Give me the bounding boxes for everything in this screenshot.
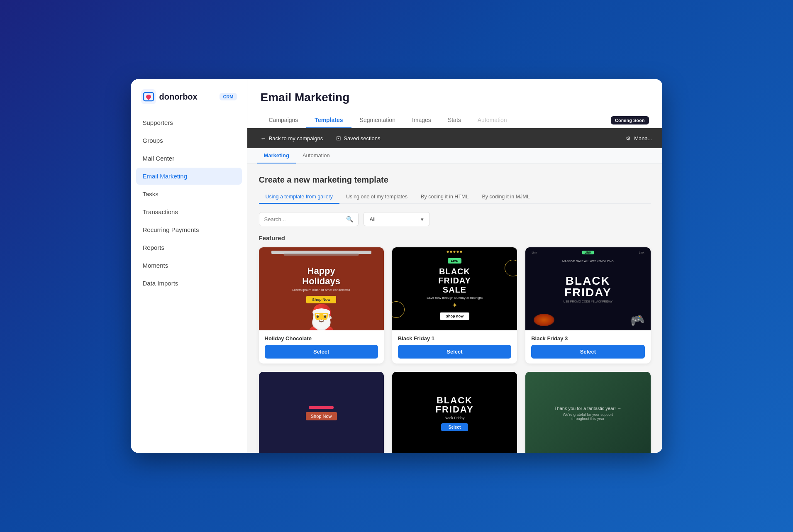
back-arrow-icon: ←: [261, 135, 266, 142]
sidebar-item-recurring-payments[interactable]: Recurring Payments: [136, 221, 242, 238]
sub-tab-marketing[interactable]: Marketing: [257, 148, 296, 164]
logo-area: donorbox CRM: [131, 89, 247, 114]
sidebar-item-supporters[interactable]: Supporters: [136, 114, 242, 131]
sidebar-item-email-marketing[interactable]: Email Marketing: [136, 168, 242, 185]
template-card-bottom-2[interactable]: BLACKFRIDAY Nack Friday Select BLACK FRI…: [392, 372, 517, 453]
sidebar-item-reports[interactable]: Reports: [136, 239, 242, 256]
method-tab-html[interactable]: By coding it in HTML: [414, 190, 475, 204]
search-icon: 🔍: [346, 216, 353, 222]
template-thumb-bottom-1: Shop Now: [259, 372, 384, 453]
template-thumb-bottom-2: BLACKFRIDAY Nack Friday Select: [392, 372, 517, 453]
coming-soon-badge: Coming Soon: [611, 116, 649, 124]
template-info-bf3: Black Friday 3 Select: [525, 330, 650, 364]
template-grid-row2: Shop Now Template 4 Select BLACKFRIDAY: [259, 372, 651, 453]
template-card-bottom-1[interactable]: Shop Now Template 4 Select: [259, 372, 384, 453]
page-title: Email Marketing: [261, 91, 649, 104]
back-to-campaigns-button[interactable]: ← Back to my campaigns: [257, 133, 327, 143]
sub-tab-automation[interactable]: Automation: [296, 148, 337, 164]
manage-label: Mana...: [634, 135, 652, 142]
main-tabs-nav: Campaigns Templates Segmentation Images …: [261, 112, 649, 128]
manage-icon: ⚙: [626, 135, 631, 142]
template-card-black-friday-1[interactable]: LIVE BLACKFRIDAYSALE Save now through Su…: [392, 247, 517, 364]
select-button-holiday[interactable]: Select: [265, 345, 378, 359]
donorbox-logo-icon: [141, 89, 156, 104]
select-button-bf1[interactable]: Select: [398, 345, 511, 359]
template-info-bf1: Black Friday 1 Select: [392, 330, 517, 364]
template-card-holiday-chocolate[interactable]: HappyHolidays Lorem ipsum dolor sit amet…: [259, 247, 384, 364]
saved-sections-button[interactable]: ⊡ Saved sections: [333, 133, 383, 143]
sidebar-nav: Supporters Groups Mail Center Email Mark…: [131, 114, 247, 292]
search-box[interactable]: 🔍: [259, 212, 359, 226]
template-name-holiday: Holiday Chocolate: [265, 335, 378, 342]
saved-sections-icon: ⊡: [336, 135, 341, 142]
template-name-bf1: Black Friday 1: [398, 335, 511, 342]
tab-templates[interactable]: Templates: [306, 112, 351, 128]
search-filter-row: 🔍 All ▾: [259, 212, 651, 226]
filter-value: All: [370, 216, 376, 222]
template-thumb-holiday: HappyHolidays Lorem ipsum dolor sit amet…: [259, 247, 384, 330]
tab-automation: Automation: [469, 112, 515, 128]
template-thumb-bottom-3: Thank you for a fantastic year! → We're …: [525, 372, 650, 453]
tab-campaigns[interactable]: Campaigns: [261, 112, 307, 128]
featured-label: Featured: [259, 234, 651, 242]
template-grid-row1: HappyHolidays Lorem ipsum dolor sit amet…: [259, 247, 651, 364]
santa-icon: 🎅: [306, 305, 337, 330]
content-area: Create a new marketing template Using a …: [247, 164, 662, 453]
manage-button[interactable]: ⚙ Mana...: [626, 135, 652, 142]
main-content: Email Marketing Campaigns Templates Segm…: [247, 79, 662, 453]
sidebar-item-groups[interactable]: Groups: [136, 132, 242, 149]
sidebar: donorbox CRM Supporters Groups Mail Cent…: [131, 79, 247, 453]
back-to-campaigns-label: Back to my campaigns: [269, 135, 323, 142]
sidebar-item-mail-center[interactable]: Mail Center: [136, 150, 242, 167]
template-thumb-bf3: Link LINK Link MASSIVE SALE ALL WEEKEND …: [525, 247, 650, 330]
template-name-bf3: Black Friday 3: [531, 335, 644, 342]
template-card-black-friday-3[interactable]: Link LINK Link MASSIVE SALE ALL WEEKEND …: [525, 247, 650, 364]
sidebar-item-moments[interactable]: Moments: [136, 257, 242, 274]
crm-badge: CRM: [220, 93, 237, 100]
sub-tabs-nav: Marketing Automation: [247, 148, 662, 164]
sidebar-item-data-imports[interactable]: Data Imports: [136, 275, 242, 292]
template-info-holiday: Holiday Chocolate Select: [259, 330, 384, 364]
tab-images[interactable]: Images: [404, 112, 439, 128]
sidebar-item-tasks[interactable]: Tasks: [136, 185, 242, 203]
tab-segmentation[interactable]: Segmentation: [351, 112, 404, 128]
product-icon: 🎮: [628, 312, 646, 329]
saved-sections-label: Saved sections: [344, 135, 380, 142]
toolbar: ← Back to my campaigns ⊡ Saved sections …: [247, 128, 662, 148]
method-tab-mjml[interactable]: By coding it in MJML: [475, 190, 536, 204]
template-card-bottom-3[interactable]: Thank you for a fantastic year! → We're …: [525, 372, 650, 453]
main-header: Email Marketing Campaigns Templates Segm…: [247, 79, 662, 128]
filter-dropdown[interactable]: All ▾: [364, 212, 430, 226]
search-input[interactable]: [264, 216, 343, 222]
method-tab-gallery[interactable]: Using a template from gallery: [259, 190, 340, 204]
template-thumb-bf1: LIVE BLACKFRIDAYSALE Save now through Su…: [392, 247, 517, 330]
select-button-bf3[interactable]: Select: [531, 345, 644, 359]
sidebar-item-transactions[interactable]: Transactions: [136, 203, 242, 220]
method-tabs: Using a template from gallery Using one …: [259, 190, 651, 204]
chevron-down-icon: ▾: [421, 216, 424, 222]
tab-stats[interactable]: Stats: [439, 112, 469, 128]
logo-text: donorbox: [159, 92, 198, 102]
method-tab-my-templates[interactable]: Using one of my templates: [339, 190, 414, 204]
create-section-title: Create a new marketing template: [259, 175, 651, 185]
